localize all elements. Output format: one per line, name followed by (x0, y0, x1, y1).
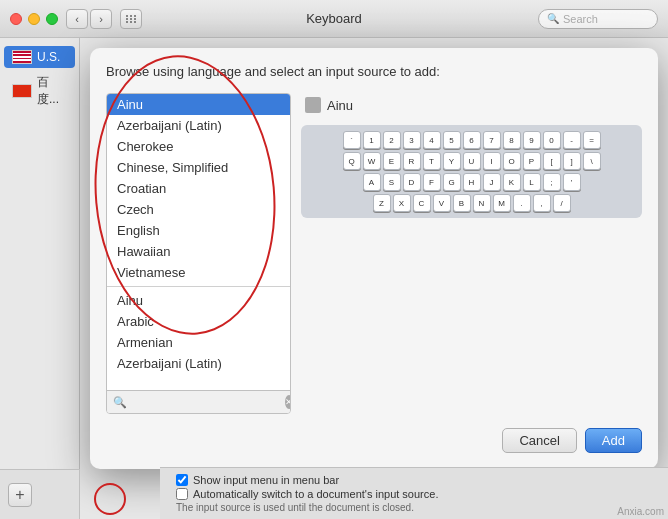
key-9[interactable]: 9 (523, 131, 541, 149)
list-search-input[interactable] (131, 395, 281, 409)
key-a[interactable]: A (363, 173, 381, 191)
search-box[interactable]: 🔍 Search (538, 9, 658, 29)
language-item-vietnamese[interactable]: Vietnamese (107, 262, 290, 283)
key-1[interactable]: 1 (363, 131, 381, 149)
keyboard-row-4: Z X C V B N M . , / (307, 194, 636, 212)
key-8[interactable]: 8 (503, 131, 521, 149)
key-semicolon[interactable]: ; (543, 173, 561, 191)
key-d[interactable]: D (403, 173, 421, 191)
list-search-clear[interactable]: ✕ (285, 395, 291, 409)
language-item-chinese-simplified[interactable]: Chinese, Simplified (107, 157, 290, 178)
language-item-azerbaijani-bottom[interactable]: Azerbaijani (Latin) (107, 353, 290, 374)
key-r[interactable]: R (403, 152, 421, 170)
key-g[interactable]: G (443, 173, 461, 191)
language-item-czech[interactable]: Czech (107, 199, 290, 220)
add-input-source-button[interactable]: + (8, 483, 32, 507)
watermark: Anxia.com (617, 506, 664, 517)
sidebar: U.S. 百度... (0, 38, 80, 519)
key-p[interactable]: P (523, 152, 541, 170)
key-n[interactable]: N (473, 194, 491, 212)
flag-cn-icon (12, 84, 32, 98)
language-item-hawaiian[interactable]: Hawaiian (107, 241, 290, 262)
dialog-title: Browse using language and select an inpu… (106, 64, 642, 79)
keyboard-visual: ` 1 2 3 4 5 6 7 8 9 0 - = (301, 125, 642, 218)
key-quote[interactable]: ' (563, 173, 581, 191)
key-2[interactable]: 2 (383, 131, 401, 149)
sidebar-item-baidu-label: 百度... (37, 74, 67, 108)
close-button[interactable] (10, 13, 22, 25)
main-area: U.S. 百度... Browse using language and sel… (0, 38, 668, 519)
key-z[interactable]: Z (373, 194, 391, 212)
maximize-button[interactable] (46, 13, 58, 25)
key-e[interactable]: E (383, 152, 401, 170)
cancel-button[interactable]: Cancel (502, 428, 576, 453)
show-input-menu-row: Show input menu in menu bar (176, 474, 652, 486)
add-button[interactable]: Add (585, 428, 642, 453)
key-y[interactable]: Y (443, 152, 461, 170)
key-h[interactable]: H (463, 173, 481, 191)
key-u[interactable]: U (463, 152, 481, 170)
keyboard-row-2: Q W E R T Y U I O P [ ] \ (307, 152, 636, 170)
key-i[interactable]: I (483, 152, 501, 170)
key-backslash[interactable]: \ (583, 152, 601, 170)
language-item-cherokee[interactable]: Cherokee (107, 136, 290, 157)
key-t[interactable]: T (423, 152, 441, 170)
key-k[interactable]: K (503, 173, 521, 191)
titlebar: ‹ › Keyboard 🔍 Search (0, 0, 668, 38)
key-0[interactable]: 0 (543, 131, 561, 149)
key-equals[interactable]: = (583, 131, 601, 149)
key-x[interactable]: X (393, 194, 411, 212)
key-lbracket[interactable]: [ (543, 152, 561, 170)
list-search-bar: 🔍 ✕ (107, 390, 290, 413)
key-b[interactable]: B (453, 194, 471, 212)
key-l[interactable]: L (523, 173, 541, 191)
language-list[interactable]: AinuAzerbaijani (Latin)CherokeeChinese, … (107, 94, 290, 390)
auto-switch-checkbox[interactable] (176, 488, 188, 500)
search-icon: 🔍 (547, 13, 559, 24)
key-5[interactable]: 5 (443, 131, 461, 149)
key-4[interactable]: 4 (423, 131, 441, 149)
language-item-arabic[interactable]: Arabic (107, 311, 290, 332)
nav-buttons: ‹ › (66, 9, 112, 29)
sidebar-item-us[interactable]: U.S. (4, 46, 75, 68)
bottom-options: Show input menu in menu bar Automaticall… (160, 467, 668, 519)
bottom-note: The input source is used until the docum… (176, 502, 652, 513)
key-j[interactable]: J (483, 173, 501, 191)
key-rbracket[interactable]: ] (563, 152, 581, 170)
language-item-armenian[interactable]: Armenian (107, 332, 290, 353)
key-v[interactable]: V (433, 194, 451, 212)
show-input-menu-checkbox[interactable] (176, 474, 188, 486)
key-w[interactable]: W (363, 152, 381, 170)
key-q[interactable]: Q (343, 152, 361, 170)
key-slash[interactable]: / (553, 194, 571, 212)
add-input-source-dialog: Browse using language and select an inpu… (90, 48, 658, 469)
key-s[interactable]: S (383, 173, 401, 191)
key-backtick[interactable]: ` (343, 131, 361, 149)
language-item-ainu-bottom[interactable]: Ainu (107, 290, 290, 311)
key-c[interactable]: C (413, 194, 431, 212)
forward-button[interactable]: › (90, 9, 112, 29)
sidebar-item-baidu[interactable]: 百度... (4, 70, 75, 112)
key-o[interactable]: O (503, 152, 521, 170)
lang-separator (107, 286, 290, 287)
language-item-english[interactable]: English (107, 220, 290, 241)
back-button[interactable]: ‹ (66, 9, 88, 29)
key-minus[interactable]: - (563, 131, 581, 149)
key-comma[interactable]: , (533, 194, 551, 212)
list-search-icon: 🔍 (113, 396, 127, 409)
key-period[interactable]: . (513, 194, 531, 212)
preview-lang-icon (305, 97, 321, 113)
sidebar-toolbar: + (0, 469, 80, 519)
key-3[interactable]: 3 (403, 131, 421, 149)
key-6[interactable]: 6 (463, 131, 481, 149)
flag-us-icon (12, 50, 32, 64)
key-7[interactable]: 7 (483, 131, 501, 149)
language-item-ainu-top[interactable]: Ainu (107, 94, 290, 115)
key-m[interactable]: M (493, 194, 511, 212)
language-item-croatian[interactable]: Croatian (107, 178, 290, 199)
traffic-lights (10, 13, 58, 25)
minimize-button[interactable] (28, 13, 40, 25)
app-grid-button[interactable] (120, 9, 142, 29)
key-f[interactable]: F (423, 173, 441, 191)
language-item-azerbaijani[interactable]: Azerbaijani (Latin) (107, 115, 290, 136)
